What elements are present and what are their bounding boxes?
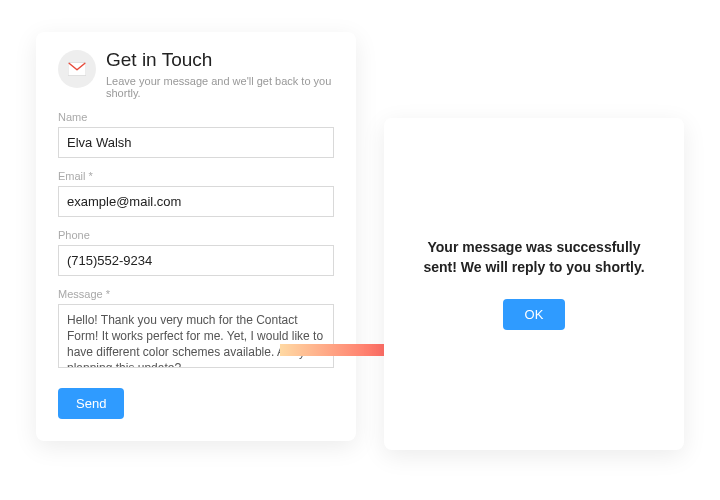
mail-icon <box>58 50 96 88</box>
contact-form-title: Get in Touch <box>106 50 334 71</box>
ok-button[interactable]: OK <box>503 299 566 330</box>
phone-input[interactable] <box>58 245 334 276</box>
message-textarea[interactable] <box>58 304 334 368</box>
contact-form-header: Get in Touch Leave your message and we'l… <box>58 50 334 99</box>
email-input[interactable] <box>58 186 334 217</box>
send-button[interactable]: Send <box>58 388 124 419</box>
confirmation-message: Your message was successfully sent! We w… <box>410 238 658 277</box>
email-label: Email * <box>58 170 334 182</box>
message-label: Message * <box>58 288 334 300</box>
phone-label: Phone <box>58 229 334 241</box>
name-label: Name <box>58 111 334 123</box>
contact-form-subtitle: Leave your message and we'll get back to… <box>106 75 334 99</box>
name-input[interactable] <box>58 127 334 158</box>
contact-form-card: Get in Touch Leave your message and we'l… <box>36 32 356 441</box>
confirmation-card: Your message was successfully sent! We w… <box>384 118 684 450</box>
